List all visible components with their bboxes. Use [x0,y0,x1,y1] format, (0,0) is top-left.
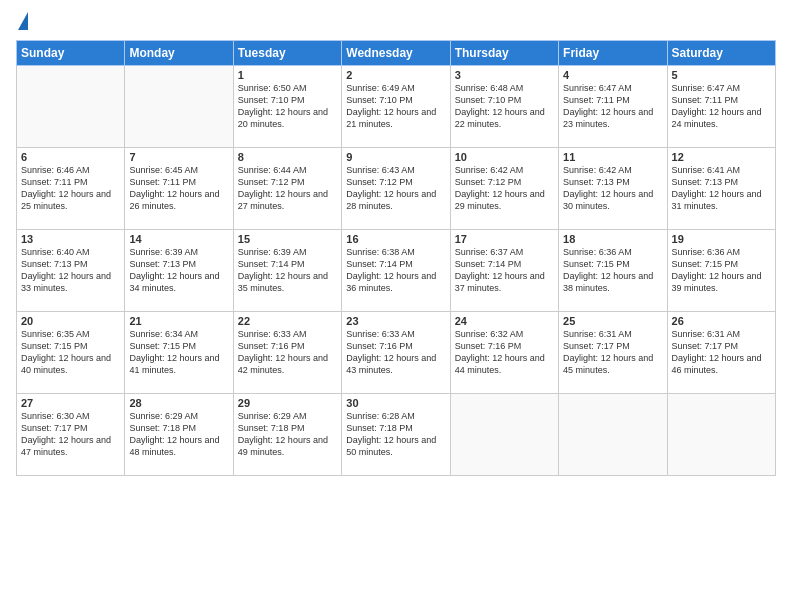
day-info: Sunrise: 6:40 AM Sunset: 7:13 PM Dayligh… [21,246,120,295]
day-info: Sunrise: 6:45 AM Sunset: 7:11 PM Dayligh… [129,164,228,213]
day-number: 9 [346,151,445,163]
day-info: Sunrise: 6:32 AM Sunset: 7:16 PM Dayligh… [455,328,554,377]
day-info: Sunrise: 6:43 AM Sunset: 7:12 PM Dayligh… [346,164,445,213]
calendar-cell: 10Sunrise: 6:42 AM Sunset: 7:12 PM Dayli… [450,148,558,230]
weekday-header-thursday: Thursday [450,41,558,66]
day-info: Sunrise: 6:39 AM Sunset: 7:14 PM Dayligh… [238,246,337,295]
calendar-cell: 3Sunrise: 6:48 AM Sunset: 7:10 PM Daylig… [450,66,558,148]
day-number: 28 [129,397,228,409]
day-info: Sunrise: 6:28 AM Sunset: 7:18 PM Dayligh… [346,410,445,459]
day-info: Sunrise: 6:42 AM Sunset: 7:13 PM Dayligh… [563,164,662,213]
calendar-cell: 5Sunrise: 6:47 AM Sunset: 7:11 PM Daylig… [667,66,775,148]
day-info: Sunrise: 6:35 AM Sunset: 7:15 PM Dayligh… [21,328,120,377]
day-info: Sunrise: 6:33 AM Sunset: 7:16 PM Dayligh… [346,328,445,377]
week-row-0: 1Sunrise: 6:50 AM Sunset: 7:10 PM Daylig… [17,66,776,148]
day-number: 30 [346,397,445,409]
calendar-cell: 18Sunrise: 6:36 AM Sunset: 7:15 PM Dayli… [559,230,667,312]
day-info: Sunrise: 6:44 AM Sunset: 7:12 PM Dayligh… [238,164,337,213]
day-number: 29 [238,397,337,409]
day-number: 26 [672,315,771,327]
calendar-table: SundayMondayTuesdayWednesdayThursdayFrid… [16,40,776,476]
week-row-2: 13Sunrise: 6:40 AM Sunset: 7:13 PM Dayli… [17,230,776,312]
day-number: 7 [129,151,228,163]
day-info: Sunrise: 6:33 AM Sunset: 7:16 PM Dayligh… [238,328,337,377]
day-number: 15 [238,233,337,245]
day-info: Sunrise: 6:42 AM Sunset: 7:12 PM Dayligh… [455,164,554,213]
weekday-header-wednesday: Wednesday [342,41,450,66]
day-info: Sunrise: 6:31 AM Sunset: 7:17 PM Dayligh… [672,328,771,377]
day-number: 24 [455,315,554,327]
week-row-1: 6Sunrise: 6:46 AM Sunset: 7:11 PM Daylig… [17,148,776,230]
day-info: Sunrise: 6:48 AM Sunset: 7:10 PM Dayligh… [455,82,554,131]
calendar-cell: 20Sunrise: 6:35 AM Sunset: 7:15 PM Dayli… [17,312,125,394]
day-number: 6 [21,151,120,163]
day-info: Sunrise: 6:30 AM Sunset: 7:17 PM Dayligh… [21,410,120,459]
day-number: 3 [455,69,554,81]
day-info: Sunrise: 6:37 AM Sunset: 7:14 PM Dayligh… [455,246,554,295]
calendar-cell: 29Sunrise: 6:29 AM Sunset: 7:18 PM Dayli… [233,394,341,476]
weekday-header-tuesday: Tuesday [233,41,341,66]
weekday-header-row: SundayMondayTuesdayWednesdayThursdayFrid… [17,41,776,66]
calendar-cell: 8Sunrise: 6:44 AM Sunset: 7:12 PM Daylig… [233,148,341,230]
logo [16,12,28,32]
day-info: Sunrise: 6:36 AM Sunset: 7:15 PM Dayligh… [563,246,662,295]
day-number: 11 [563,151,662,163]
calendar-cell: 28Sunrise: 6:29 AM Sunset: 7:18 PM Dayli… [125,394,233,476]
day-number: 25 [563,315,662,327]
calendar-cell [559,394,667,476]
weekday-header-sunday: Sunday [17,41,125,66]
calendar-cell: 4Sunrise: 6:47 AM Sunset: 7:11 PM Daylig… [559,66,667,148]
weekday-header-saturday: Saturday [667,41,775,66]
day-info: Sunrise: 6:47 AM Sunset: 7:11 PM Dayligh… [672,82,771,131]
day-number: 16 [346,233,445,245]
calendar-cell [667,394,775,476]
day-info: Sunrise: 6:39 AM Sunset: 7:13 PM Dayligh… [129,246,228,295]
calendar-cell: 19Sunrise: 6:36 AM Sunset: 7:15 PM Dayli… [667,230,775,312]
calendar-cell: 23Sunrise: 6:33 AM Sunset: 7:16 PM Dayli… [342,312,450,394]
day-number: 23 [346,315,445,327]
day-info: Sunrise: 6:41 AM Sunset: 7:13 PM Dayligh… [672,164,771,213]
weekday-header-monday: Monday [125,41,233,66]
calendar-cell: 16Sunrise: 6:38 AM Sunset: 7:14 PM Dayli… [342,230,450,312]
day-number: 12 [672,151,771,163]
calendar-cell: 30Sunrise: 6:28 AM Sunset: 7:18 PM Dayli… [342,394,450,476]
page: SundayMondayTuesdayWednesdayThursdayFrid… [0,0,792,612]
day-info: Sunrise: 6:49 AM Sunset: 7:10 PM Dayligh… [346,82,445,131]
day-number: 4 [563,69,662,81]
day-info: Sunrise: 6:29 AM Sunset: 7:18 PM Dayligh… [238,410,337,459]
day-number: 5 [672,69,771,81]
calendar-cell: 12Sunrise: 6:41 AM Sunset: 7:13 PM Dayli… [667,148,775,230]
calendar-cell: 21Sunrise: 6:34 AM Sunset: 7:15 PM Dayli… [125,312,233,394]
calendar-cell: 25Sunrise: 6:31 AM Sunset: 7:17 PM Dayli… [559,312,667,394]
day-number: 19 [672,233,771,245]
logo-triangle-icon [18,12,28,30]
day-info: Sunrise: 6:29 AM Sunset: 7:18 PM Dayligh… [129,410,228,459]
day-number: 27 [21,397,120,409]
day-number: 22 [238,315,337,327]
calendar-cell: 27Sunrise: 6:30 AM Sunset: 7:17 PM Dayli… [17,394,125,476]
day-info: Sunrise: 6:36 AM Sunset: 7:15 PM Dayligh… [672,246,771,295]
day-info: Sunrise: 6:38 AM Sunset: 7:14 PM Dayligh… [346,246,445,295]
calendar-cell: 1Sunrise: 6:50 AM Sunset: 7:10 PM Daylig… [233,66,341,148]
weekday-header-friday: Friday [559,41,667,66]
calendar-cell: 24Sunrise: 6:32 AM Sunset: 7:16 PM Dayli… [450,312,558,394]
day-number: 14 [129,233,228,245]
day-number: 20 [21,315,120,327]
day-number: 1 [238,69,337,81]
header [16,12,776,32]
calendar-cell [17,66,125,148]
calendar-cell: 2Sunrise: 6:49 AM Sunset: 7:10 PM Daylig… [342,66,450,148]
day-number: 8 [238,151,337,163]
calendar-cell: 22Sunrise: 6:33 AM Sunset: 7:16 PM Dayli… [233,312,341,394]
calendar-cell [125,66,233,148]
day-info: Sunrise: 6:50 AM Sunset: 7:10 PM Dayligh… [238,82,337,131]
day-info: Sunrise: 6:46 AM Sunset: 7:11 PM Dayligh… [21,164,120,213]
day-number: 17 [455,233,554,245]
day-info: Sunrise: 6:47 AM Sunset: 7:11 PM Dayligh… [563,82,662,131]
week-row-3: 20Sunrise: 6:35 AM Sunset: 7:15 PM Dayli… [17,312,776,394]
calendar-cell: 14Sunrise: 6:39 AM Sunset: 7:13 PM Dayli… [125,230,233,312]
calendar-cell [450,394,558,476]
day-number: 18 [563,233,662,245]
calendar-cell: 26Sunrise: 6:31 AM Sunset: 7:17 PM Dayli… [667,312,775,394]
calendar-cell: 15Sunrise: 6:39 AM Sunset: 7:14 PM Dayli… [233,230,341,312]
